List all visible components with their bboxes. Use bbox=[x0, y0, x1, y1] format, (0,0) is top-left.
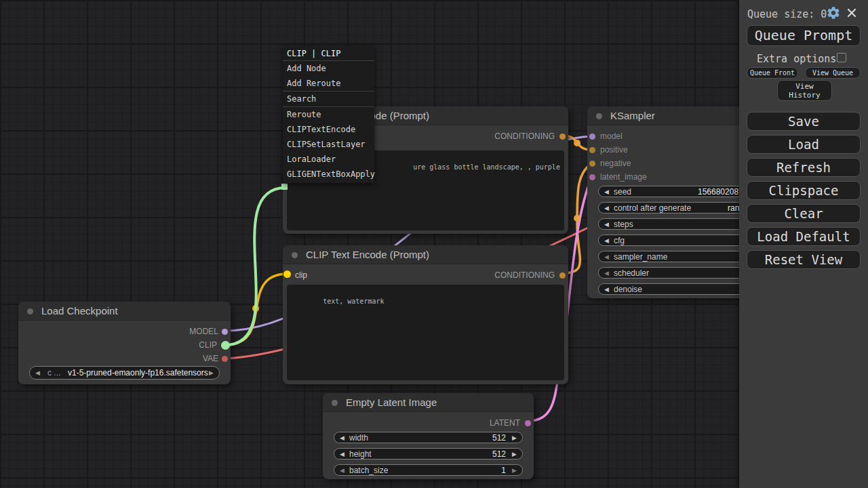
menu-item-add-node[interactable]: Add Node bbox=[283, 61, 374, 76]
input-dot-model[interactable] bbox=[589, 134, 595, 140]
menu-item-loraloader[interactable]: LoraLoader bbox=[283, 152, 374, 167]
decrement-arrow-icon[interactable] bbox=[604, 237, 609, 243]
widget-value: 512 bbox=[492, 433, 506, 443]
node-collapse-dot[interactable] bbox=[292, 252, 298, 258]
decrement-arrow-icon[interactable] bbox=[340, 451, 344, 457]
node-collapse-dot[interactable] bbox=[596, 113, 602, 119]
increment-arrow-icon[interactable] bbox=[512, 467, 517, 473]
save-button[interactable]: Save bbox=[747, 112, 861, 131]
input-dot-clip[interactable] bbox=[283, 270, 291, 278]
node-title-bar[interactable]: Load Checkpoint bbox=[18, 302, 231, 321]
load-button[interactable]: Load bbox=[747, 135, 861, 154]
output-label-clip: CLIP bbox=[199, 341, 217, 349]
seed-widget[interactable]: seed 1566802087 bbox=[598, 186, 749, 197]
node-ksampler[interactable]: KSampler model positive negative latent_… bbox=[587, 106, 760, 298]
link-dot-clip bbox=[252, 305, 259, 312]
steps-widget[interactable]: steps bbox=[598, 218, 749, 230]
widget-value: 1566802087 bbox=[698, 187, 743, 197]
refresh-button[interactable]: Refresh bbox=[747, 158, 861, 177]
input-dot-latent-image[interactable] bbox=[589, 174, 595, 180]
node-collapse-dot[interactable] bbox=[27, 308, 33, 314]
input-dot-positive[interactable] bbox=[589, 147, 595, 153]
link-dot-positive bbox=[574, 140, 580, 146]
widget-label: c ... bbox=[47, 368, 60, 378]
output-label-conditioning: CONDITIONING bbox=[494, 271, 555, 279]
cfg-widget[interactable]: cfg bbox=[598, 235, 749, 246]
output-dot-model[interactable] bbox=[222, 329, 228, 335]
width-widget[interactable]: width 512 bbox=[334, 432, 523, 443]
menu-item-gligentextboxapply[interactable]: GLIGENTextBoxApply bbox=[283, 167, 374, 182]
prev-value-arrow-icon[interactable] bbox=[35, 370, 40, 376]
decrement-arrow-icon[interactable] bbox=[604, 205, 609, 211]
output-dot-conditioning[interactable] bbox=[559, 272, 566, 279]
node-title: CLIP Text Encode (Prompt) bbox=[306, 249, 429, 260]
clipspace-button[interactable]: Clipspace bbox=[747, 181, 861, 200]
comfyui-app: Load Checkpoint MODEL CLIP VAE c ... v1-… bbox=[0, 0, 868, 488]
output-dot-conditioning[interactable] bbox=[559, 134, 566, 140]
decrement-arrow-icon[interactable] bbox=[340, 434, 344, 441]
widget-label: cfg bbox=[614, 236, 625, 245]
node-title-bar[interactable]: KSampler bbox=[587, 106, 760, 125]
menu-item-cliptextencode[interactable]: CLIPTextEncode bbox=[283, 122, 374, 137]
widget-value: v1-5-pruned-emaonly-fp16.safetensors bbox=[68, 368, 208, 378]
output-label-vae: VAE bbox=[203, 354, 218, 363]
height-widget[interactable]: height 512 bbox=[334, 448, 523, 460]
queue-front-button[interactable]: Queue Front bbox=[747, 67, 798, 79]
clear-button[interactable]: Clear bbox=[747, 204, 861, 223]
decrement-arrow-icon[interactable] bbox=[604, 286, 609, 292]
drag-link-clip bbox=[225, 188, 285, 345]
increment-arrow-icon[interactable] bbox=[512, 434, 517, 441]
increment-arrow-icon[interactable] bbox=[512, 451, 517, 457]
reset-view-button[interactable]: Reset View bbox=[747, 250, 861, 269]
link-clip bbox=[225, 274, 288, 345]
node-title-bar[interactable]: Empty Latent Image bbox=[323, 393, 534, 412]
control-after-generate-widget[interactable]: control after generate ran bbox=[598, 202, 749, 214]
node-canvas[interactable]: Load Checkpoint MODEL CLIP VAE c ... v1-… bbox=[0, 0, 868, 488]
context-menu: CLIP | CLIP Add Node Add Reroute Search … bbox=[283, 46, 374, 183]
output-label-model: MODEL bbox=[189, 327, 218, 336]
load-default-button[interactable]: Load Default bbox=[747, 227, 861, 246]
prev-value-arrow-icon[interactable] bbox=[604, 270, 609, 276]
denoise-widget[interactable]: denoise bbox=[598, 283, 749, 295]
widget-label: height bbox=[349, 449, 372, 459]
node-title-bar[interactable]: CLIP Text Encode (Prompt) bbox=[283, 245, 568, 264]
output-dot-vae[interactable] bbox=[222, 356, 228, 362]
menu-item-search[interactable]: Search bbox=[283, 92, 374, 106]
node-title: KSampler bbox=[610, 110, 655, 121]
node-clip-text-encode-negative[interactable]: CLIP Text Encode (Prompt) clip CONDITION… bbox=[283, 245, 568, 384]
scheduler-widget[interactable]: scheduler bbox=[598, 267, 749, 279]
output-label-latent: LATENT bbox=[490, 419, 520, 427]
decrement-arrow-icon[interactable] bbox=[340, 467, 344, 473]
prev-value-arrow-icon[interactable] bbox=[604, 253, 609, 260]
input-dot-negative[interactable] bbox=[589, 161, 595, 167]
node-collapse-dot[interactable] bbox=[332, 400, 338, 406]
batch-size-widget[interactable]: batch_size 1 bbox=[334, 464, 523, 476]
widget-label: width bbox=[349, 433, 368, 443]
node-load-checkpoint[interactable]: Load Checkpoint MODEL CLIP VAE c ... v1-… bbox=[18, 302, 231, 384]
widget-label: denoise bbox=[614, 285, 642, 294]
prompt-textarea[interactable]: text, watermark bbox=[287, 285, 564, 380]
widget-value: 512 bbox=[492, 449, 506, 459]
queue-prompt-button[interactable]: Queue Prompt bbox=[747, 25, 861, 46]
extra-options-checkbox[interactable] bbox=[837, 53, 846, 62]
input-label-negative: negative bbox=[600, 159, 631, 167]
output-dot-latent[interactable] bbox=[525, 420, 531, 426]
next-value-arrow-icon[interactable] bbox=[209, 370, 214, 376]
decrement-arrow-icon[interactable] bbox=[604, 188, 609, 195]
link-dot-negative bbox=[574, 215, 580, 222]
close-icon[interactable] bbox=[846, 7, 857, 18]
widget-value: 1 bbox=[501, 466, 506, 475]
settings-gear-icon[interactable] bbox=[826, 5, 841, 20]
ckpt-name-widget[interactable]: c ... v1-5-pruned-emaonly-fp16.safetenso… bbox=[29, 366, 220, 380]
node-empty-latent-image[interactable]: Empty Latent Image LATENT width 512 heig… bbox=[323, 393, 534, 479]
comfy-menu: Queue size: 0 Queue Prompt Extra options… bbox=[739, 0, 868, 488]
sampler-name-widget[interactable]: sampler_name bbox=[598, 251, 749, 262]
menu-item-clipsetlastlayer[interactable]: CLIPSetLastLayer bbox=[283, 137, 374, 152]
menu-item-add-reroute[interactable]: Add Reroute bbox=[283, 76, 374, 91]
decrement-arrow-icon[interactable] bbox=[604, 221, 609, 227]
input-label-clip: clip bbox=[295, 271, 307, 279]
view-history-button[interactable]: View History bbox=[777, 80, 832, 101]
menu-item-reroute[interactable]: Reroute bbox=[283, 107, 374, 122]
output-dot-clip[interactable] bbox=[221, 341, 230, 350]
view-queue-button[interactable]: View Queue bbox=[805, 67, 861, 79]
